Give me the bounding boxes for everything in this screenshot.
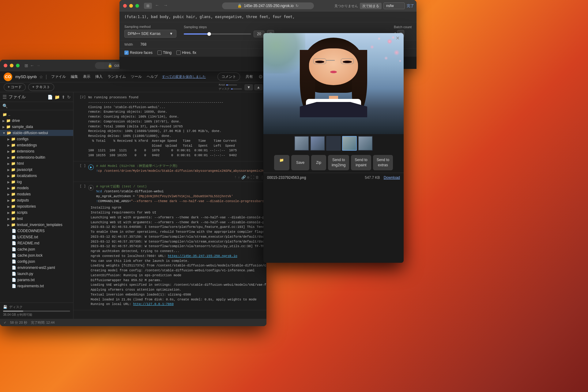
sidebar-item-html[interactable]: ▶ 📁 html	[0, 160, 73, 167]
thumbnail-1[interactable]	[294, 136, 309, 151]
sidebar-item-localizations[interactable]: ▶ 📁 localizations	[0, 173, 73, 179]
colab-logo-icon: CO	[4, 73, 12, 81]
thumbnail-3[interactable]	[326, 136, 341, 151]
close-button[interactable]: ✕	[394, 34, 401, 42]
sidebar-item-dotdot[interactable]: 📁 ..	[0, 111, 73, 118]
sidebar-item-javascript[interactable]: ▶ 📁 javascript	[0, 167, 73, 173]
sidebar-item-repositories[interactable]: ▶ 📁 repositories	[0, 203, 73, 209]
thumbnail-5[interactable]	[358, 136, 373, 151]
tiling-checkbox[interactable]: Tiling	[157, 51, 172, 55]
send-to-extras-button[interactable]: Send toextras	[373, 155, 393, 170]
up-icon[interactable]: ↑	[234, 175, 236, 180]
settings-cell-icon[interactable]: ⚙	[247, 175, 249, 180]
sidebar-new-file-icon[interactable]: 📄	[47, 95, 53, 100]
sidebar-item-models[interactable]: ▶ 📁 models	[0, 185, 73, 191]
steps-value-box[interactable]: 20	[254, 31, 265, 37]
cell-run-2[interactable]: ▶	[88, 164, 94, 170]
sidebar-item-test[interactable]: ▶ 📁 test	[0, 216, 73, 222]
sidebar-item-configs[interactable]: ▶ 📁 configs	[0, 136, 73, 142]
delete-cell-icon[interactable]: 🗑	[255, 175, 259, 180]
colab-dot-yellow[interactable]	[10, 64, 13, 67]
reload-icon[interactable]: ↻	[296, 4, 299, 8]
sidebar-refresh-icon[interactable]: ↻	[67, 95, 71, 100]
comment-button[interactable]: コメント	[217, 73, 240, 81]
search-complete-button[interactable]: 完了	[407, 3, 414, 9]
add-text-button[interactable]: + テキスト	[28, 83, 54, 91]
sidebar-item-drive[interactable]: ▶ 📁 drive	[0, 118, 73, 124]
sidebar-upload-icon[interactable]: ⬆	[62, 95, 65, 100]
action-buttons-row: 📁 Save Zip Send toimg2img Send toinpaint…	[263, 153, 404, 173]
cell-run-3[interactable]: ▶	[88, 185, 94, 190]
sidebar-item-launch[interactable]: 📄 launch.py	[0, 271, 73, 277]
sidebar-item-requirements[interactable]: 📄 requirements.txt	[0, 283, 73, 289]
sidebar-item-scripts[interactable]: ▶ 📁 scripts	[0, 209, 73, 216]
sidebar-item-license[interactable]: 📄 LICENSE.txt	[0, 234, 73, 240]
link-icon[interactable]: 🔗	[241, 175, 246, 180]
nav-back-icon[interactable]: ←	[154, 3, 160, 9]
sidebar-item-readme[interactable]: 📄 README.md	[0, 240, 73, 246]
menu-edit[interactable]: 編集	[69, 74, 80, 80]
menu-help[interactable]: ヘルプ	[145, 74, 160, 80]
folder-open-icon: 📂	[7, 131, 11, 135]
menu-tools[interactable]: ツール	[129, 74, 144, 80]
menu-file[interactable]: ファイル	[49, 74, 68, 80]
sidebar-item-log[interactable]: ▶ 📁 log	[0, 179, 73, 185]
sidebar-item-cache-json[interactable]: 📄 cache.json	[0, 246, 73, 252]
thumbnail-4[interactable]	[342, 136, 357, 151]
menu-view[interactable]: 表示	[81, 74, 92, 80]
expand-cell-icon[interactable]: ⛶	[251, 175, 254, 180]
sidebar-item-cache-lock[interactable]: 📄 cache.json.lock	[0, 252, 73, 258]
colab-nav-back[interactable]: ←	[30, 63, 34, 68]
run-all-button[interactable]: ▲	[254, 84, 263, 90]
next-search-button[interactable]: 次で始まる	[360, 3, 382, 9]
sidebar-item-extensions-builtin[interactable]: ▶ 📁 extensions-builtin	[0, 154, 73, 160]
folder-icon: 📁	[6, 125, 11, 129]
menu-insert[interactable]: 挿入	[93, 74, 104, 80]
hires-fix-checkbox[interactable]: Hires. fix	[176, 51, 196, 55]
menu-runtime[interactable]: ランタイム	[106, 74, 128, 80]
sidebar-search-icon[interactable]: 🔍	[2, 104, 8, 108]
sidebar-item-outputs[interactable]: ▶ 📁 outputs	[0, 197, 73, 203]
batch-count-label: Batch count	[394, 25, 412, 29]
share-button[interactable]: 共有	[243, 73, 255, 81]
folder-button[interactable]: 📁	[274, 155, 289, 170]
colab-dot-green[interactable]	[16, 64, 20, 67]
add-code-button[interactable]: + コード	[4, 83, 26, 91]
save-button[interactable]: Save	[291, 155, 309, 170]
sidebar-item-textual[interactable]: ▶ 📁 textual_inversion_templates	[0, 222, 73, 228]
send-to-img2img-button[interactable]: Send toimg2img	[328, 155, 349, 170]
download-button[interactable]: Download	[384, 175, 400, 180]
sidebar-item-webui[interactable]: ▼ 📂 stable-diffusion-webui	[0, 130, 73, 136]
colab-star-icon[interactable]: ☆	[39, 74, 43, 79]
sidebar-new-folder-icon[interactable]: 📁	[55, 95, 60, 100]
tab-grid-icon[interactable]: ⊞	[24, 63, 28, 68]
settings-icon[interactable]: ⚙	[258, 74, 263, 80]
zip-button[interactable]: Zip	[311, 155, 326, 170]
steps-slider-track[interactable]	[184, 33, 251, 35]
sidebar-item-config-json[interactable]: 📄 config.json	[0, 258, 73, 265]
sidebar-menu-icon[interactable]: ☰	[2, 94, 7, 100]
tab-icon[interactable]: ⊞	[144, 3, 152, 9]
sidebar-item-codeowners[interactable]: 📄 CODEOWNERS	[0, 228, 73, 234]
folder-icon: 📁	[11, 223, 16, 227]
sidebar-item-env-wsl2[interactable]: 📄 environment-wsl2.yaml	[0, 265, 73, 271]
search-input[interactable]	[383, 2, 405, 9]
sidebar-item-embeddings[interactable]: ▶ 📁 embeddings	[0, 142, 73, 148]
dot-red[interactable]	[123, 4, 127, 8]
run-dropdown[interactable]: ▼	[244, 84, 253, 90]
sidebar-item-extensions[interactable]: ▶ 📁 extensions	[0, 148, 73, 154]
dot-yellow[interactable]	[129, 4, 133, 8]
sidebar-item-sample-data[interactable]: ▶ 📁 sample_data	[0, 124, 73, 130]
thumbnail-2[interactable]	[310, 136, 325, 151]
nav-forward-icon[interactable]: →	[162, 3, 169, 9]
sampling-method-select[interactable]: DPM++ SDE Karras ▼	[124, 30, 176, 38]
run-controls[interactable]: ▼ ▲	[244, 84, 263, 90]
sidebar-item-params[interactable]: 📄 params.txt	[0, 277, 73, 283]
down-icon[interactable]: ↓	[238, 175, 240, 180]
restore-faces-checkbox[interactable]: ✓ Restore faces	[124, 51, 153, 55]
sidebar-item-modules[interactable]: ▶ 📁 modules	[0, 191, 73, 197]
colab-dot-red[interactable]	[4, 64, 7, 67]
colab-nav-forward[interactable]: →	[36, 63, 40, 68]
dot-green[interactable]	[135, 4, 139, 8]
send-to-inpaint-button[interactable]: Send toinpaint	[351, 155, 371, 170]
